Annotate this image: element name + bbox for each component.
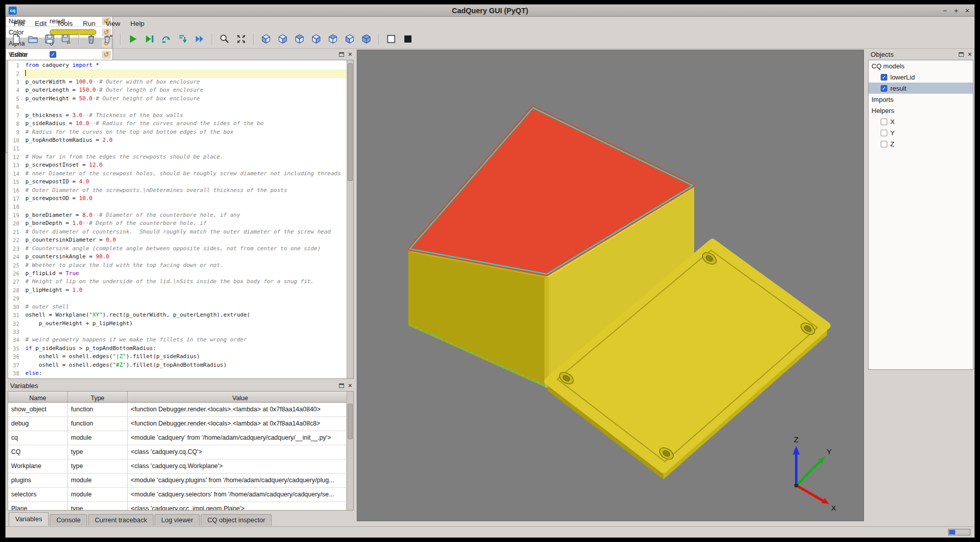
code-line[interactable]: 9# Radius for the curves on the top and … (8, 128, 347, 136)
menu-run[interactable]: Run (78, 18, 101, 29)
variables-scrollbar[interactable] (347, 392, 353, 510)
maximize-button[interactable]: + (954, 5, 958, 17)
code-line[interactable]: 15p_screwpostID = 4.0 (8, 178, 347, 186)
tab-cq-object-inspector[interactable]: CQ object inspector (201, 514, 272, 526)
view-iso-button[interactable] (359, 31, 374, 47)
code-line[interactable]: 26p_flipLid = True (8, 269, 347, 278)
code-line[interactable]: 11 (8, 144, 347, 152)
step-into-button[interactable] (175, 31, 191, 47)
variable-row[interactable]: debugfunction<function Debugger.render.<… (8, 417, 347, 431)
code-line[interactable]: 3p_outerWidth = 100.0··# Outer width of … (8, 78, 347, 86)
variables-close-button[interactable]: × (348, 382, 352, 389)
code-line[interactable]: 28p_lipHeight = 1.0 (8, 286, 347, 294)
code-line[interactable]: 38else: (8, 369, 347, 377)
tab-current-traceback[interactable]: Current traceback (88, 514, 154, 526)
variable-row[interactable]: cqmodule<module 'cadquery' from '/home/a… (8, 431, 347, 445)
object-imports[interactable]: Imports (869, 94, 973, 105)
object-helpers[interactable]: Helpers (869, 105, 973, 116)
code-line[interactable]: 22p_countersinkDiameter = 0.0 (8, 236, 347, 244)
view-bottom-button[interactable] (342, 31, 357, 47)
y-checkbox[interactable] (881, 130, 887, 136)
new-file-button[interactable] (9, 31, 24, 47)
code-line[interactable]: 17p_screwpostOD = 10.0 (8, 195, 347, 203)
code-line[interactable]: 25# Whether to place the lid with the to… (8, 261, 347, 269)
view-front-button[interactable] (258, 31, 274, 47)
menu-view[interactable]: View (100, 18, 125, 29)
code-line[interactable]: 35if p_sideRadius > p_topAndBottomRadius… (8, 344, 347, 353)
tab-console[interactable]: Console (50, 514, 87, 526)
code-line[interactable]: 8p_sideRadius = 10.0··# Radius for the c… (8, 120, 347, 128)
code-line[interactable]: 7p_thickness = 3.0··# Thickness of the b… (8, 111, 347, 120)
objects-close-button[interactable]: × (968, 51, 972, 58)
code-line[interactable]: 13p_screwpostInset = 12.0 (8, 161, 347, 169)
menu-tools[interactable]: Tools (52, 18, 78, 29)
variable-row[interactable]: CQtype<class 'cadquery.cq.CQ'> (8, 445, 347, 459)
code-line[interactable]: 31oshell = Workplane("XY").rect(p_outerW… (8, 311, 347, 319)
save-button[interactable] (42, 31, 57, 47)
code-line[interactable]: 1from cadquery import * (8, 61, 347, 69)
code-line[interactable]: 34# weird geometry happens if we make th… (8, 336, 347, 344)
tab-log-viewer[interactable]: Log viewer (155, 514, 200, 526)
object-y[interactable]: Y (869, 127, 973, 138)
code-line[interactable]: 23# Countersink angle (complete angle be… (8, 245, 347, 253)
menu-file[interactable]: File (9, 18, 30, 29)
code-line[interactable]: 5p_outerHeight = 50.0·# Outer height of … (8, 95, 347, 103)
view-top-button[interactable] (325, 31, 341, 47)
code-line[interactable]: 6 (8, 103, 347, 111)
x-checkbox[interactable] (881, 119, 887, 125)
variables-scrollbar-thumb[interactable] (348, 404, 353, 439)
fit-all-button[interactable] (234, 31, 249, 47)
code-line[interactable]: 4p_outerLength = 150.0·# Outer length of… (8, 86, 347, 94)
code-line[interactable]: 37 oshell = oshell.edges("#Z").fillet(p_… (8, 361, 347, 369)
object-cq-models[interactable]: CQ models (869, 60, 973, 71)
shaded-square-button[interactable] (400, 31, 416, 47)
lowerlid-checkbox[interactable] (881, 74, 887, 81)
code-line[interactable]: 33 (8, 328, 347, 336)
zoom-button[interactable] (217, 31, 232, 47)
step-button[interactable] (159, 31, 174, 47)
open-folder-button[interactable] (25, 31, 41, 47)
code-line[interactable]: 29 (8, 294, 347, 302)
code-line[interactable]: 36 oshell = oshell.edges("|Z").fillet(p_… (8, 353, 347, 361)
close-button[interactable]: × (965, 5, 969, 17)
code-line[interactable]: 27# Height of lip on the underside of th… (8, 278, 347, 286)
object-x[interactable]: X (869, 116, 973, 127)
continue-button[interactable] (192, 31, 207, 47)
code-line[interactable]: 24p_countersinkAngle = 90.0 (8, 253, 347, 261)
editor-scrollbar-thumb[interactable] (348, 63, 353, 181)
render-button[interactable] (125, 31, 140, 47)
result-checkbox[interactable] (881, 85, 887, 92)
z-checkbox[interactable] (881, 141, 887, 147)
code-line[interactable]: 19p_boreDiameter = 8.0··# Diameter of th… (8, 211, 347, 219)
editor-float-button[interactable] (339, 52, 344, 57)
wireframe-square-button[interactable] (384, 31, 399, 47)
code-line[interactable]: 32 p_outerHeight + p_lipHeight) (8, 320, 347, 328)
variable-row[interactable]: selectorsmodule<module 'cadquery.selecto… (8, 488, 347, 502)
variable-row[interactable]: Workplanetype<class 'cadquery.cq.Workpla… (8, 459, 347, 474)
variable-row[interactable]: pluginsmodule<module 'cadquery.plugins' … (8, 474, 347, 488)
editor-scrollbar[interactable] (347, 60, 353, 378)
3d-scene[interactable]: Z Y X (357, 50, 863, 521)
code-editor[interactable]: 1from cadquery import *23p_outerWidth = … (8, 60, 354, 379)
delete-all-button[interactable] (100, 31, 116, 47)
view-back-button[interactable] (275, 31, 290, 47)
code-line[interactable]: 12# How far in from the edges the screwp… (8, 153, 347, 161)
view-left-button[interactable] (292, 31, 307, 47)
code-line[interactable]: 10p_topAndBottomRadius = 2.0 (8, 136, 347, 144)
object-result[interactable]: result (869, 83, 973, 94)
code-line[interactable]: 21# Outer diameter of countersink. Shoul… (8, 228, 347, 236)
code-line[interactable]: 30# outer shell (8, 303, 347, 311)
code-line[interactable]: 16# Outer Diameter of the screwposts.\nD… (8, 186, 347, 195)
save-as-button[interactable] (59, 31, 74, 47)
code-line[interactable]: 2 (8, 69, 347, 78)
variable-row[interactable]: show_objectfunction<function Debugger.re… (8, 403, 347, 417)
objects-float-button[interactable] (959, 52, 964, 57)
debug-button[interactable] (142, 31, 157, 47)
code-line[interactable]: 14# nner Diameter of the screwpost holes… (8, 170, 347, 178)
code-line[interactable]: 20p_boreDepth = 1.0··# Depth of the coun… (8, 219, 347, 227)
menu-edit[interactable]: Edit (30, 18, 52, 29)
minimize-button[interactable]: − (943, 5, 947, 17)
editor-close-button[interactable]: × (348, 51, 352, 58)
variable-row[interactable]: Planetype<class 'cadquery.occ_impl.geom.… (8, 502, 347, 510)
tab-variables[interactable]: Variables (9, 512, 49, 526)
